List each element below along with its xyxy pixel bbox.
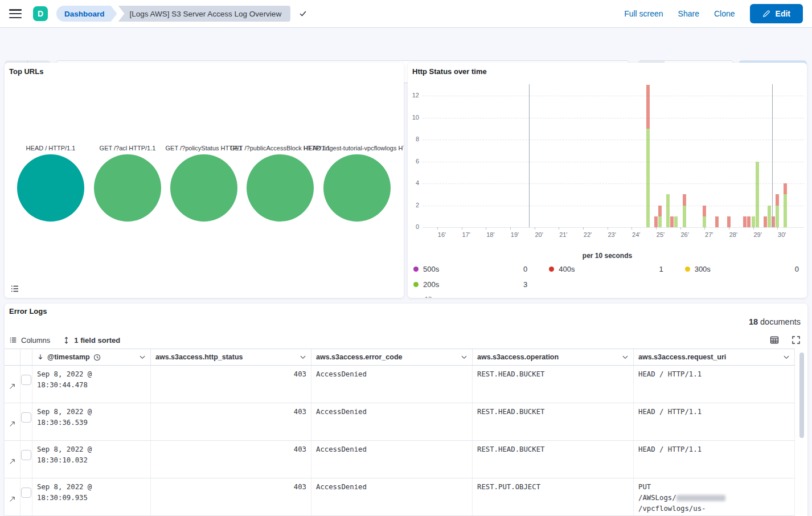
x-axis-tick-label: 21' <box>559 231 567 238</box>
bar-segment-200s[interactable] <box>646 129 650 227</box>
chevron-down-icon[interactable] <box>461 354 467 361</box>
cell-timestamp: Sep 8, 2022 @ 18:30:10.032 <box>32 441 151 478</box>
bar-segment-400s[interactable] <box>715 216 719 227</box>
column-header-error-code[interactable]: aws.s3access.error_code <box>311 349 473 365</box>
bar-segment-200s[interactable] <box>674 216 678 227</box>
breadcrumb-dashboard[interactable]: Dashboard <box>56 6 117 22</box>
bar-segment-200s[interactable] <box>658 216 662 227</box>
cell-timestamp: Sep 8, 2022 @ 18:30:36.539 <box>32 403 151 440</box>
chevron-down-icon[interactable] <box>622 354 629 361</box>
menu-icon[interactable] <box>9 9 22 18</box>
chevron-down-icon[interactable] <box>139 354 146 361</box>
clone-button[interactable]: Clone <box>714 9 735 18</box>
bar-segment-200s[interactable] <box>784 194 787 227</box>
panel-title: Top URLs <box>9 67 43 76</box>
row-checkbox[interactable] <box>21 488 31 498</box>
bar-segment-200s[interactable] <box>752 216 755 227</box>
bar-segment-400s[interactable] <box>784 183 787 194</box>
column-header-timestamp[interactable]: @timestamp <box>32 349 151 365</box>
expand-row-icon[interactable] <box>9 408 16 440</box>
row-expand-cell <box>5 478 20 515</box>
bar-segment-200s[interactable] <box>666 194 670 227</box>
y-axis-tick-label: 6 <box>409 158 419 165</box>
x-axis-date-label: 18 Sep 8, 2022 <box>425 295 458 298</box>
chevron-down-icon[interactable] <box>300 354 306 361</box>
pie-chart[interactable] <box>247 154 314 222</box>
share-button[interactable]: Share <box>678 9 699 18</box>
legend-dot-icon <box>685 267 690 272</box>
bar-segment-200s[interactable] <box>768 206 771 228</box>
bar-segment-200s[interactable] <box>703 216 706 227</box>
row-checkbox[interactable] <box>21 450 31 460</box>
x-axis-tick-label: 29' <box>753 231 761 238</box>
edit-button[interactable]: Edit <box>750 4 803 23</box>
pie-label: GET /?acl HTTP/1.1 <box>100 145 156 151</box>
row-checkbox[interactable] <box>21 412 31 423</box>
breadcrumb-current[interactable]: [Logs AWS] S3 Server Access Log Overview <box>118 6 291 22</box>
legend-toggle-icon[interactable] <box>10 284 19 293</box>
legend-item[interactable]: 400s1 <box>549 265 665 273</box>
chevron-down-icon[interactable] <box>783 354 790 361</box>
column-header-http-status[interactable]: aws.s3access.http_status <box>151 349 311 365</box>
bar-segment-400s[interactable] <box>764 216 767 227</box>
cell-error-code: AccessDenied <box>311 478 473 515</box>
x-axis-tickmark <box>583 227 584 230</box>
legend-label: 500s <box>423 265 439 273</box>
legend-dot-icon <box>549 267 554 272</box>
bar-segment-400s[interactable] <box>654 216 658 227</box>
x-axis-tick-label: 20' <box>535 231 543 238</box>
table-row: Sep 8, 2022 @ 18:30:36.539403AccessDenie… <box>5 403 795 441</box>
x-axis-tick-label: 25' <box>657 231 665 238</box>
table-row: Sep 8, 2022 @ 18:30:09.935403AccessDenie… <box>5 478 795 516</box>
bar-segment-400s[interactable] <box>747 216 751 227</box>
columns-button[interactable]: Columns <box>9 336 50 345</box>
table-body: Sep 8, 2022 @ 18:30:44.478403AccessDenie… <box>5 366 795 516</box>
pie-chart[interactable] <box>17 154 84 222</box>
column-header-request-uri[interactable]: aws.s3access.request_uri <box>634 349 795 365</box>
expand-row-icon[interactable] <box>9 370 16 403</box>
cell-timestamp: Sep 8, 2022 @ 18:30:09.935 <box>32 478 151 515</box>
bar-segment-400s[interactable] <box>727 216 731 227</box>
x-axis-title: per 10 seconds <box>408 252 807 260</box>
top-navigation: D Dashboard [Logs AWS] S3 Server Access … <box>0 0 812 28</box>
x-axis-tickmark <box>656 227 657 230</box>
bar-segment-200s[interactable] <box>683 206 686 228</box>
time-marker-line <box>529 84 530 227</box>
pie-chart[interactable] <box>323 154 391 222</box>
expand-row-icon[interactable] <box>9 483 16 515</box>
bar-segment-400s[interactable] <box>683 194 686 205</box>
legend-item[interactable]: 300s0 <box>685 265 801 273</box>
query-bar: Last 15 minutes Refresh <box>0 28 812 60</box>
sort-fields-button[interactable]: 1 field sorted <box>63 336 120 345</box>
legend-item[interactable]: 500s0 <box>413 265 530 273</box>
bar-segment-400s[interactable] <box>776 194 779 205</box>
bar-segment-400s[interactable] <box>743 216 747 227</box>
error-logs-table: @timestampaws.s3access.http_statusaws.s3… <box>5 349 795 516</box>
bar-segment-400s[interactable] <box>658 206 662 216</box>
full-screen-button[interactable]: Full screen <box>624 9 663 18</box>
datagrid-toolbar: Columns 1 field sorted <box>9 334 801 346</box>
row-expand-cell <box>5 366 20 403</box>
x-axis-tickmark <box>486 227 486 230</box>
y-axis-tick-label: 2 <box>409 202 419 208</box>
bar-segment-200s[interactable] <box>756 162 759 228</box>
fullscreen-icon[interactable] <box>792 335 801 345</box>
x-axis-tick-label: 30' <box>778 231 786 238</box>
bar-segment-200s[interactable] <box>776 206 779 228</box>
display-options-icon[interactable] <box>770 335 779 345</box>
x-axis-tickmark <box>777 227 778 230</box>
http-status-chart[interactable]: 02468101216'17'18'19'20'21'22'23'24'25'2… <box>408 63 807 298</box>
legend-item[interactable]: 200s3 <box>413 280 530 289</box>
row-checkbox[interactable] <box>21 375 31 385</box>
cell-http-status: 403 <box>151 478 311 515</box>
bar-segment-400s[interactable] <box>670 216 674 227</box>
table-scrollbar[interactable] <box>799 353 804 438</box>
column-header-operation[interactable]: aws.s3access.operation <box>473 349 634 365</box>
expand-row-icon[interactable] <box>9 445 16 478</box>
bar-segment-400s[interactable] <box>703 206 706 216</box>
pie-chart[interactable] <box>94 154 161 222</box>
pie-chart[interactable] <box>170 154 237 222</box>
bar-segment-400s[interactable] <box>646 85 650 129</box>
cell-operation: REST.PUT.OBJECT <box>473 478 634 515</box>
space-avatar[interactable]: D <box>33 6 48 21</box>
